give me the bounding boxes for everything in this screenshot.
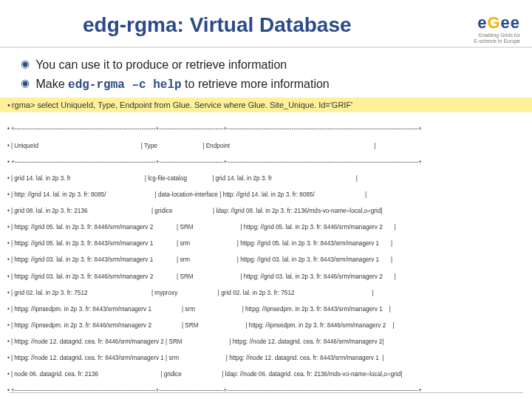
result-table: •+--------------------------------------…: [0, 112, 532, 399]
table-row: •| httpg: //ipnsedpm. in 2p 3. fr: 8443/…: [7, 305, 525, 313]
query-band: •rgma> select UniqueId, Type, Endpoint f…: [0, 98, 532, 112]
egee-logo: eGee Enabling Grids for E-science in Eur…: [474, 13, 523, 44]
body-bullets: ◉ You can use it to produce or retrieve …: [0, 48, 532, 98]
bullet-2-cmd: edg-rgma –c help: [68, 78, 182, 92]
logo-tagline-1: Enabling Grids for: [474, 33, 520, 38]
sep-line: •+--------------------------------------…: [7, 386, 525, 395]
table-row: •| http: //grid 14. lal. in 2p 3. fr: 80…: [7, 191, 525, 199]
table-row: •| httpg: //grid 03. lal. in 2p 3. fr: 8…: [7, 273, 525, 281]
bullet-2: ◉ Make edg-rgma –c help to retrieve more…: [21, 75, 511, 95]
table-row: •| httpg: //node 12. datagrid. cea. fr: …: [7, 338, 525, 346]
bullet-icon: ◉: [21, 58, 30, 69]
dot-icon: •: [7, 100, 10, 109]
header-line: •| UniqueId | Type | Endpoint: [7, 142, 525, 150]
sep-line: •+--------------------------------------…: [7, 158, 525, 166]
slide: edg-rgma: Virtual Database eGee Enabling…: [0, 0, 532, 399]
table-row: •| httpg: //node 12. datagrid. cea. fr: …: [7, 354, 525, 362]
footer-divider: [9, 392, 523, 393]
table-row: •| httpg: //ipnsedpm. in 2p 3. fr: 8446/…: [7, 321, 525, 330]
bullet-2-post: to retrieve more information: [182, 78, 330, 90]
table-row: •| grid 08. lal. in 2p 3. fr: 2136 | gri…: [7, 207, 525, 215]
table-row: •| node 06. datagrid. cea. fr: 2136 | gr…: [7, 370, 525, 378]
table-row: •| grid 02. lal. in 2p 3. fr: 7512 | myp…: [7, 289, 525, 297]
bullet-1: ◉ You can use it to produce or retrieve …: [21, 55, 511, 75]
bullet-1-text: You can use it to produce or retrieve in…: [35, 58, 287, 71]
table-row: •| httpg: //grid 05. lal. in 2p 3. fr: 8…: [7, 223, 525, 231]
logo-tagline-2: E-science in Europe: [474, 38, 520, 44]
logo-text: eGee: [474, 13, 520, 33]
sep-line: •+--------------------------------------…: [7, 125, 525, 133]
query-text: rgma> select UniqueId, Type, Endpoint fr…: [12, 100, 352, 109]
bullet-2-pre: Make: [35, 78, 68, 90]
table-row: •| httpg: //grid 03. lal. in 2p 3. fr: 8…: [7, 256, 525, 264]
table-row: •| grid 14. lal. in 2p 3. fr | lcg-file-…: [7, 174, 525, 183]
table-row: •| httpg: //grid 05. lal. in 2p 3. fr: 8…: [7, 239, 525, 248]
bullet-icon: ◉: [21, 77, 30, 89]
header: edg-rgma: Virtual Database eGee Enabling…: [0, 0, 532, 48]
slide-title: edg-rgma: Virtual Database: [9, 13, 474, 37]
